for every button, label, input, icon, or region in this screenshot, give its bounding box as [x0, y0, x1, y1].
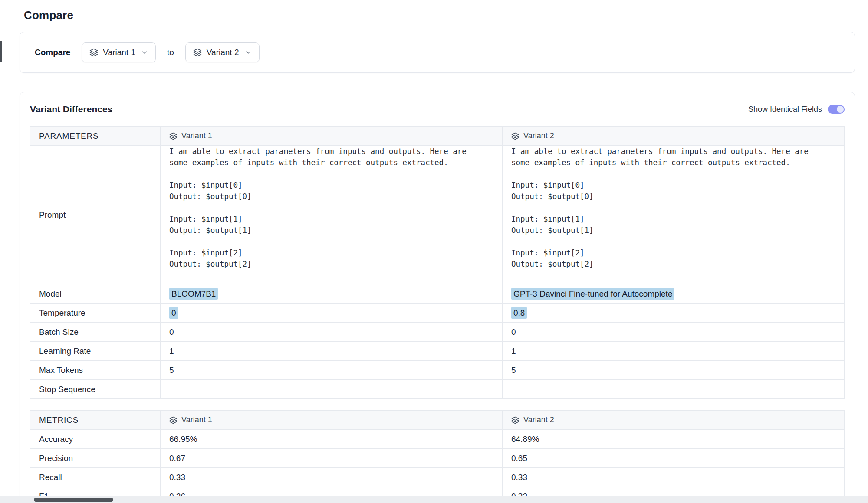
- layers-icon: [169, 416, 177, 424]
- variant2-header-label: Variant 2: [523, 131, 554, 140]
- panel-title: Variant Differences: [30, 104, 112, 114]
- show-identical-fields-toggle[interactable]: [828, 105, 845, 114]
- table-row-model: Model BLOOM7B1 GPT-3 Davinci Fine-tuned …: [30, 284, 845, 304]
- table-row-accuracy: Accuracy 66.95% 64.89%: [30, 430, 845, 449]
- panel-header: Variant Differences Show Identical Field…: [30, 92, 845, 126]
- variant1-value: 0: [161, 304, 503, 323]
- table-row-precision: Precision 0.67 0.65: [30, 449, 845, 468]
- variant1-header-label: Variant 1: [181, 131, 212, 140]
- variant2-value: 0.33: [503, 468, 845, 487]
- row-label: Prompt: [30, 146, 161, 284]
- metrics-table: METRICS Variant 1 Variant 2: [30, 410, 845, 503]
- table-row-learning-rate: Learning Rate 1 1: [30, 342, 845, 361]
- variant1-value: 1: [161, 342, 503, 361]
- table-row-recall: Recall 0.33 0.33: [30, 468, 845, 487]
- variant1-column-header: Variant 1: [161, 127, 503, 146]
- row-label: Accuracy: [30, 430, 161, 449]
- diff-highlighted-value: 0.8: [511, 307, 527, 319]
- variant1-value: 66.95%: [161, 430, 503, 449]
- horizontal-scrollbar: [0, 496, 868, 503]
- variant2-value: 5: [503, 361, 845, 380]
- variant1-header-label: Variant 1: [181, 415, 212, 425]
- show-identical-fields-label: Show Identical Fields: [748, 105, 822, 114]
- layers-icon: [89, 48, 98, 57]
- variant-differences-panel: Variant Differences Show Identical Field…: [20, 92, 855, 503]
- scroll-position-tick: [0, 41, 2, 62]
- diff-highlighted-value: GPT-3 Davinci Fine-tuned for Autocomplet…: [511, 288, 674, 300]
- diff-highlighted-value: BLOOM7B1: [169, 288, 218, 300]
- to-label: to: [167, 48, 174, 57]
- variant1-value: BLOOM7B1: [161, 284, 503, 304]
- variant2-header-label: Variant 2: [523, 415, 554, 425]
- horizontal-scrollbar-thumb[interactable]: [34, 498, 113, 502]
- variant2-value: [503, 380, 845, 399]
- variant2-dropdown[interactable]: Variant 2: [185, 42, 260, 62]
- table-spacer: [30, 399, 845, 410]
- prompt-text: I am able to extract parameters from inp…: [169, 146, 493, 270]
- parameters-table: PARAMETERS Variant 1 Variant 2: [30, 126, 845, 399]
- layers-icon: [193, 48, 202, 57]
- layers-icon: [511, 416, 519, 424]
- table-row-batch-size: Batch Size 0 0: [30, 323, 845, 342]
- row-label: Temperature: [30, 304, 161, 323]
- row-label: Max Tokens: [30, 361, 161, 380]
- table-row-stop-sequence: Stop Sequence: [30, 380, 845, 399]
- variant2-column-header: Variant 2: [503, 127, 845, 146]
- variant1-dropdown-label: Variant 1: [103, 48, 135, 57]
- compare-bar: Compare Variant 1 to Variant 2: [20, 32, 855, 73]
- row-label: Recall: [30, 468, 161, 487]
- metrics-section-header: METRICS: [30, 411, 161, 430]
- diff-highlighted-value: 0: [169, 307, 178, 319]
- variant1-value: 0: [161, 323, 503, 342]
- variant1-value: 5: [161, 361, 503, 380]
- variant1-prompt-cell: I am able to extract parameters from inp…: [161, 146, 503, 284]
- chevron-down-icon: [245, 49, 252, 56]
- variant2-column-header: Variant 2: [503, 411, 845, 430]
- variant1-dropdown[interactable]: Variant 1: [82, 42, 156, 62]
- row-label: Batch Size: [30, 323, 161, 342]
- parameters-section-header: PARAMETERS: [30, 127, 161, 146]
- variant2-value: 0: [503, 323, 845, 342]
- table-row-max-tokens: Max Tokens 5 5: [30, 361, 845, 380]
- row-label: Learning Rate: [30, 342, 161, 361]
- chevron-down-icon: [141, 49, 148, 56]
- table-row-prompt: Prompt I am able to extract parameters f…: [30, 146, 845, 284]
- variant2-value: GPT-3 Davinci Fine-tuned for Autocomplet…: [503, 284, 845, 304]
- variant2-value: 0.8: [503, 304, 845, 323]
- compare-label: Compare: [35, 48, 70, 57]
- parameters-header-row: PARAMETERS Variant 1 Variant 2: [30, 127, 845, 146]
- variant2-value: 0.65: [503, 449, 845, 468]
- variant2-dropdown-label: Variant 2: [207, 48, 239, 57]
- layers-icon: [169, 132, 177, 140]
- variant1-column-header: Variant 1: [161, 411, 503, 430]
- toggle-knob: [837, 106, 844, 113]
- variant2-value: 64.89%: [503, 430, 845, 449]
- variant1-value: [161, 380, 503, 399]
- layers-icon: [511, 132, 519, 140]
- row-label: Precision: [30, 449, 161, 468]
- variant1-value: 0.33: [161, 468, 503, 487]
- toggle-group: Show Identical Fields: [748, 105, 845, 114]
- prompt-text: I am able to extract parameters from inp…: [511, 146, 835, 270]
- page: Compare Compare Variant 1 to Variant 2: [0, 9, 868, 503]
- row-label: Stop Sequence: [30, 380, 161, 399]
- page-title: Compare: [24, 9, 855, 22]
- variant1-value: 0.67: [161, 449, 503, 468]
- row-label: Model: [30, 284, 161, 304]
- metrics-header-row: METRICS Variant 1 Variant 2: [30, 411, 845, 430]
- variant2-value: 1: [503, 342, 845, 361]
- table-row-temperature: Temperature 0 0.8: [30, 304, 845, 323]
- variant2-prompt-cell: I am able to extract parameters from inp…: [503, 146, 845, 284]
